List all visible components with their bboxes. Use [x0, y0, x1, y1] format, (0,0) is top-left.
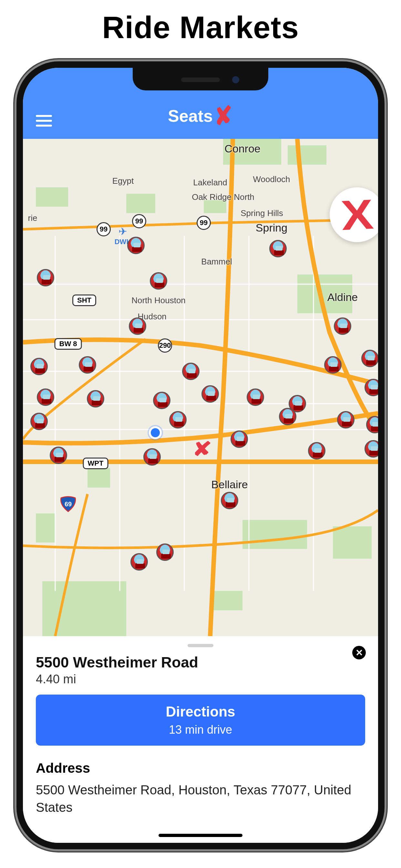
drive-time: 13 min drive: [169, 723, 232, 736]
map-place-label: Oak Ridge North: [192, 192, 254, 202]
ride-marker[interactable]: [230, 430, 248, 448]
map-view[interactable]: X ConroeEgyptLakelandWoodlochOak Ridge N…: [23, 139, 378, 636]
road-badge: WPT: [83, 458, 109, 469]
ride-marker[interactable]: [150, 272, 167, 290]
interstate-shield: 69: [60, 495, 76, 512]
selected-location-x-marker[interactable]: ✘: [192, 438, 212, 460]
menu-button[interactable]: [36, 115, 52, 127]
ride-marker[interactable]: [37, 389, 54, 406]
ride-marker[interactable]: [153, 392, 171, 409]
ride-marker[interactable]: [143, 448, 161, 466]
svg-rect-9: [333, 526, 372, 559]
map-place-label: Conroe: [224, 143, 260, 155]
svg-rect-7: [88, 468, 110, 488]
map-place-label: Aldine: [328, 291, 358, 304]
app-logo-x-icon: ✘: [213, 100, 234, 131]
ride-marker[interactable]: [30, 358, 48, 375]
ride-marker[interactable]: [221, 492, 238, 509]
ride-marker[interactable]: [247, 389, 264, 406]
address-full: 5500 Westheimer Road, Houston, Texas 770…: [36, 781, 365, 816]
ride-marker[interactable]: [156, 544, 174, 561]
svg-rect-0: [23, 139, 378, 636]
map-place-label: Lakeland: [193, 178, 227, 188]
menu-icon: [36, 115, 52, 117]
map-place-label: Woodloch: [253, 175, 290, 184]
map-place-label: Spring: [256, 221, 287, 234]
ride-marker[interactable]: [269, 240, 287, 257]
address-heading: Address: [36, 761, 365, 776]
ride-marker[interactable]: [127, 237, 145, 254]
ride-marker[interactable]: [324, 356, 342, 374]
map-place-label: Spring Hills: [241, 208, 283, 218]
ride-marker[interactable]: [129, 317, 146, 335]
sheet-drag-handle[interactable]: [188, 644, 213, 647]
ride-marker[interactable]: [79, 356, 96, 374]
road-badge: 99: [96, 222, 111, 237]
ride-marker[interactable]: [279, 408, 297, 425]
svg-rect-5: [204, 200, 226, 213]
app-logo-text: Seats: [168, 106, 213, 126]
map-place-label: Egypt: [112, 176, 134, 186]
map-place-label: Bammel: [201, 257, 232, 267]
ride-marker[interactable]: [202, 385, 219, 403]
close-button[interactable]: ✕: [352, 646, 366, 659]
x-icon: X: [340, 190, 375, 240]
ride-marker[interactable]: [50, 446, 67, 464]
directions-label: Directions: [45, 704, 356, 720]
map-place-label: rie: [28, 213, 37, 223]
svg-rect-11: [210, 591, 243, 610]
svg-rect-4: [126, 194, 155, 213]
svg-rect-2: [288, 145, 327, 165]
directions-button[interactable]: Directions 13 min drive: [36, 694, 365, 746]
road-badge: 290: [158, 338, 172, 352]
map-background: [23, 139, 378, 636]
ride-marker[interactable]: [130, 553, 148, 570]
page-title: Ride Markets: [0, 0, 401, 49]
ride-marker[interactable]: [87, 390, 104, 407]
app-logo: Seats ✘: [168, 103, 233, 129]
ride-marker[interactable]: [308, 442, 326, 460]
road-badge: BW 8: [55, 338, 82, 350]
close-icon: ✕: [356, 647, 363, 658]
svg-rect-3: [36, 187, 68, 207]
user-location-dot: [149, 426, 162, 439]
svg-rect-8: [243, 520, 307, 549]
phone-frame: Seats ✘: [17, 61, 384, 849]
ride-marker[interactable]: [361, 350, 378, 367]
ride-marker[interactable]: [337, 411, 354, 429]
location-sheet[interactable]: ✕ 5500 Westheimer Road 4.40 mi Direction…: [23, 636, 378, 843]
location-title: 5500 Westheimer Road: [36, 654, 365, 671]
location-distance: 4.40 mi: [36, 672, 365, 686]
road-badge: 99: [132, 214, 146, 228]
home-indicator[interactable]: [158, 834, 243, 837]
svg-rect-12: [36, 514, 55, 542]
ride-marker[interactable]: [334, 317, 351, 335]
ride-marker[interactable]: [30, 413, 48, 430]
ride-marker[interactable]: [169, 411, 187, 429]
road-badge: 99: [197, 216, 211, 230]
road-badge: SHT: [72, 294, 96, 306]
ride-marker[interactable]: [182, 363, 199, 380]
map-place-label: North Houston: [131, 296, 186, 306]
phone-screen: Seats ✘: [23, 68, 378, 843]
svg-text:69: 69: [65, 500, 72, 507]
map-place-label: Bellaire: [211, 478, 248, 491]
ride-marker[interactable]: [37, 269, 54, 286]
device-notch: [133, 68, 268, 90]
